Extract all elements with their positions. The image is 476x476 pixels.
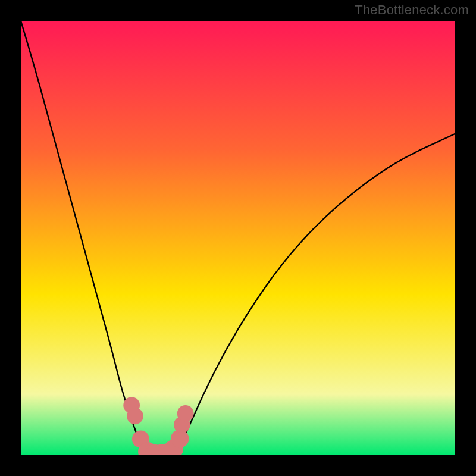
watermark-text: TheBottleneck.com (355, 2, 469, 18)
plot-area (21, 21, 455, 455)
marker-dot (127, 408, 143, 424)
chart-frame: TheBottleneck.com (0, 0, 476, 476)
gradient-background (21, 21, 455, 455)
plot-svg (21, 21, 455, 455)
marker-dot (177, 405, 194, 422)
